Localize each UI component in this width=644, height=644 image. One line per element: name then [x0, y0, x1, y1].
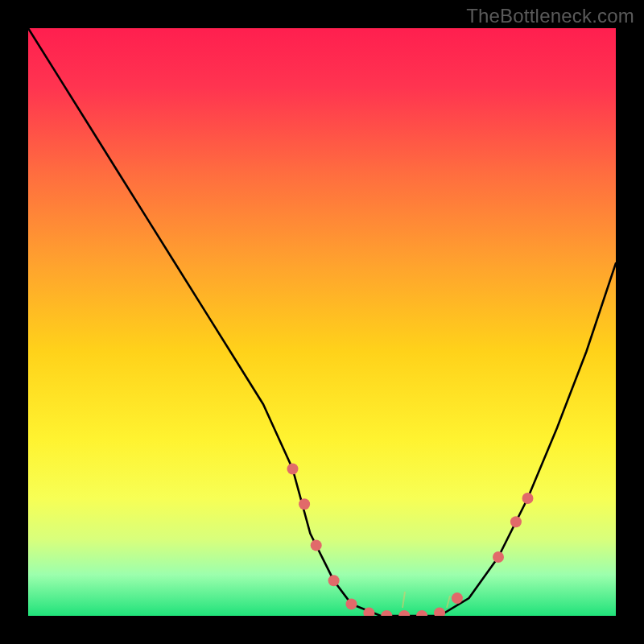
- dot-marker: [381, 610, 392, 616]
- optimal-range-dots: [287, 464, 534, 617]
- dot-marker: [522, 493, 534, 504]
- dot-marker: [452, 592, 463, 604]
- dot-marker: [398, 610, 410, 616]
- dot-marker: [328, 575, 340, 586]
- bottleneck-curve: [28, 28, 616, 616]
- dot-marker: [311, 539, 322, 551]
- dot-marker: [434, 607, 445, 616]
- dot-marker: [510, 516, 522, 527]
- dot-marker: [287, 464, 299, 475]
- plot-area: [28, 28, 616, 616]
- dot-marker: [416, 610, 427, 616]
- watermark-text: TheBottleneck.com: [466, 5, 634, 27]
- dot-marker: [346, 598, 357, 609]
- dot-marker: [299, 498, 310, 510]
- dot-marker: [493, 551, 504, 563]
- chart-container: TheBottleneck.com: [0, 0, 644, 644]
- curve-layer: [28, 28, 616, 616]
- accent-lines: [402, 592, 450, 608]
